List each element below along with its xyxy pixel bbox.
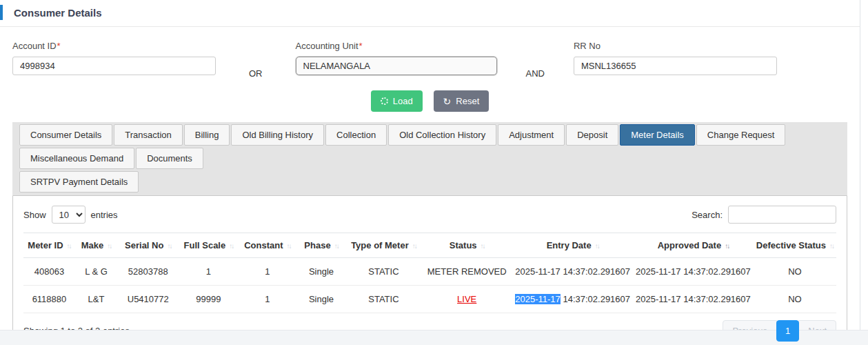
sort-icon: ↑↓ (595, 242, 599, 250)
accounting-unit-field-group: Accounting Unit* (296, 41, 497, 75)
account-id-label: Account ID* (12, 41, 216, 51)
column-label: Make (81, 240, 104, 250)
tab-band: Consumer DetailsTransactionBillingOld Bi… (12, 122, 847, 195)
column-label: Entry Date (547, 240, 592, 250)
sort-icon: ↑↓ (229, 242, 233, 250)
entry-date-cell: 2025-11-17 14:37:02.291607 (512, 258, 633, 286)
account-id-input[interactable] (12, 57, 216, 75)
status-cell: LIVE (421, 286, 512, 313)
column-header-meter-id[interactable]: Meter ID↑↓ (23, 233, 75, 258)
page-size-select[interactable]: 10 (52, 206, 85, 224)
sort-icon: ↑↓ (107, 242, 111, 250)
sort-icon: ↑↓ (67, 242, 71, 250)
defective-status-cell: NO (754, 258, 836, 286)
search-label: Search: (692, 210, 723, 220)
column-label: Type of Meter (351, 240, 409, 250)
column-label: Phase (304, 240, 330, 250)
title-accent-bar (0, 5, 3, 20)
type-of-meter-cell: STATIC (346, 258, 421, 286)
type-of-meter-cell: STATIC (346, 286, 421, 313)
defective-status-cell: NO (754, 286, 836, 313)
tab-change-request[interactable]: Change Request (696, 124, 786, 146)
approved-date-cell: 2025-11-17 14:37:02.291607 (633, 286, 754, 313)
column-label: Constant (244, 240, 283, 250)
column-header-status[interactable]: Status↑↓ (421, 233, 512, 258)
column-header-defective-status[interactable]: Defective Status↑↓ (754, 233, 836, 258)
column-label: Status (450, 240, 477, 250)
column-header-full-scale[interactable]: Full Scale↑↓ (179, 233, 238, 258)
tab-collection[interactable]: Collection (325, 124, 387, 146)
constant-cell: 1 (238, 258, 296, 286)
column-header-approved-date[interactable]: Approved Date↑↓ (633, 233, 754, 258)
sort-icon: ↑↓ (829, 242, 834, 250)
tab-deposit[interactable]: Deposit (566, 124, 618, 146)
table-row: 408063L & G5280378811SingleSTATICMETER R… (23, 258, 836, 286)
consumer-details-page: Consumer Details Account ID* OR Accounti… (0, 0, 868, 345)
table-controls: Show 10 entries Search: (23, 206, 836, 224)
constant-cell: 1 (238, 286, 296, 313)
phase-cell: Single (296, 286, 345, 313)
column-label: Meter ID (28, 240, 63, 250)
accounting-unit-input[interactable] (296, 57, 497, 75)
show-label: Show (23, 210, 46, 220)
required-asterisk: * (57, 41, 61, 51)
approved-date-cell: 2025-11-17 14:37:02.291607 (633, 258, 754, 286)
tab-srtpv-payment-details[interactable]: SRTPV Payment Details (19, 171, 139, 193)
refresh-icon: ↻ (443, 97, 452, 106)
search-group: Search: (692, 206, 836, 224)
page-1-button[interactable]: 1 (776, 320, 799, 342)
column-label: Full Scale (184, 240, 226, 250)
sort-icon: ↑↓ (725, 242, 729, 250)
tab-documents[interactable]: Documents (136, 148, 203, 169)
column-label: Serial No (125, 240, 163, 250)
sort-icon: ↑↓ (167, 242, 171, 250)
make-cell: L & G (75, 258, 117, 286)
main-card: Consumer Details Account ID* OR Accounti… (0, 0, 860, 330)
status-live-link[interactable]: LIVE (457, 294, 476, 304)
search-form: Account ID* OR Accounting Unit* AND RR N… (0, 27, 860, 79)
and-label: AND (526, 41, 545, 79)
column-header-constant[interactable]: Constant↑↓ (238, 233, 296, 258)
card-header: Consumer Details (0, 0, 860, 26)
full-scale-cell: 1 (179, 258, 238, 286)
tab-meter-details[interactable]: Meter Details (620, 124, 695, 146)
load-button[interactable]: Load (371, 90, 423, 112)
table-row: 6118880L&TU5410772999991SingleSTATICLIVE… (23, 286, 836, 313)
load-button-label: Load (393, 96, 413, 106)
tab-miscellaneous-demand[interactable]: Miscellaneous Demand (19, 148, 134, 169)
column-header-make[interactable]: Make↑↓ (75, 233, 117, 258)
column-header-serial-no[interactable]: Serial No↑↓ (117, 233, 179, 258)
serial-no-cell: U5410772 (117, 286, 179, 313)
status-cell: METER REMOVED (421, 258, 512, 286)
column-label: Defective Status (756, 240, 826, 250)
table-body: 408063L & G5280378811SingleSTATICMETER R… (23, 258, 836, 313)
sort-icon: ↑↓ (412, 242, 416, 250)
rr-no-field-group: RR No (574, 41, 777, 75)
meter-details-panel: Show 10 entries Search: Meter ID↑↓ (12, 195, 847, 345)
column-header-phase[interactable]: Phase↑↓ (296, 233, 345, 258)
tab-billing[interactable]: Billing (184, 124, 230, 146)
or-label: OR (249, 41, 263, 79)
column-header-type-of-meter[interactable]: Type of Meter↑↓ (346, 233, 421, 258)
column-label: Approved Date (658, 240, 721, 250)
rr-no-label: RR No (574, 41, 777, 51)
actions-row: Load ↻ Reset (0, 90, 860, 112)
sort-icon: ↑↓ (481, 242, 485, 250)
tab-transaction[interactable]: Transaction (114, 124, 182, 146)
spinner-icon (381, 97, 388, 105)
accounting-unit-label: Accounting Unit* (296, 41, 497, 51)
make-cell: L&T (75, 286, 117, 313)
page-size-group: Show 10 entries (23, 206, 118, 224)
search-input[interactable] (728, 206, 836, 224)
column-header-entry-date[interactable]: Entry Date↑↓ (512, 233, 633, 258)
rr-no-input[interactable] (574, 57, 777, 75)
reset-button[interactable]: ↻ Reset (434, 90, 489, 112)
tab-old-collection-history[interactable]: Old Collection History (388, 124, 496, 146)
tab-old-billing-history[interactable]: Old Billing History (231, 124, 324, 146)
tab-adjustment[interactable]: Adjustment (498, 124, 565, 146)
tab-consumer-details[interactable]: Consumer Details (19, 124, 112, 146)
full-scale-cell: 99999 (179, 286, 238, 313)
meter-details-table: Meter ID↑↓Make↑↓Serial No↑↓Full Scale↑↓C… (23, 233, 836, 313)
account-id-label-text: Account ID (12, 41, 57, 51)
tab-row-1: Consumer DetailsTransactionBillingOld Bi… (19, 122, 840, 169)
